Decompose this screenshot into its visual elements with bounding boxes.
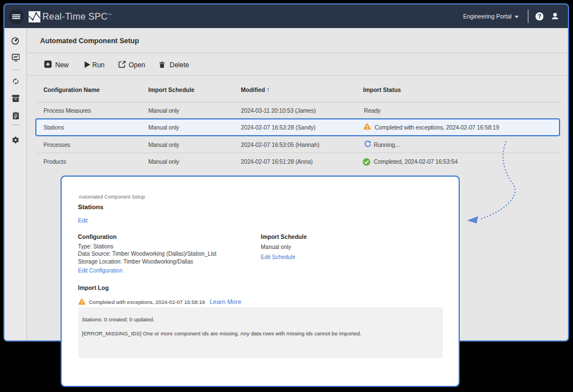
svg-text:?: ?	[538, 13, 541, 20]
